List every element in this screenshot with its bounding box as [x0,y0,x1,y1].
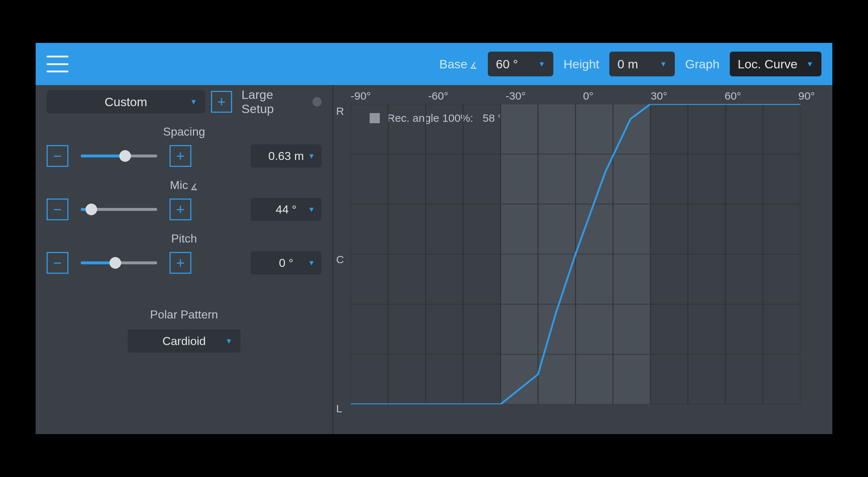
polar-pattern-select[interactable]: Cardioid▼ [128,329,240,353]
spacing-value-select[interactable]: 0.63 m▼ [251,144,322,168]
pitch-value-select[interactable]: 0 °▼ [251,251,322,274]
toggle-indicator-icon [312,97,322,107]
graph-type-select[interactable]: Loc. Curve▼ [730,52,821,76]
polar-pattern-title: Polar Pattern [47,308,322,321]
chevron-down-icon: ▼ [308,152,315,160]
spacing-decrement-button[interactable]: − [47,145,68,167]
mic-angle-block: Mic∡ − + 44 °▼ [47,179,322,221]
base-angle-select[interactable]: 60 °▼ [488,52,553,76]
pitch-slider[interactable] [81,261,157,264]
pitch-title: Pitch [47,232,322,245]
chevron-down-icon: ▼ [660,60,667,68]
chevron-down-icon: ▼ [806,60,813,68]
spacing-block: Spacing − + 0.63 m▼ [47,125,322,168]
spacing-title: Spacing [47,125,322,139]
top-bar: Base∡ 60 °▼ Height 0 m▼ Graph Loc. Curve… [36,43,832,85]
x-tick: 30° [651,90,667,102]
x-tick: 60° [725,90,741,102]
x-tick: 0° [583,90,594,102]
graph-plot [351,104,800,404]
chevron-down-icon: ▼ [190,98,197,106]
chevron-down-icon: ▼ [308,205,315,214]
height-select[interactable]: 0 m▼ [609,52,675,76]
mic-angle-title: Mic∡ [47,179,322,192]
x-axis-ticks: -90°-60°-30°0°30°60°90° [351,89,815,103]
mic-angle-increment-button[interactable]: + [170,199,191,220]
graph-label: Graph [685,57,720,71]
x-tick: -60° [428,90,448,102]
preset-select[interactable]: Custom▼ [47,90,205,113]
pitch-decrement-button[interactable]: − [47,252,68,274]
spacing-slider[interactable] [81,155,157,157]
mic-angle-decrement-button[interactable]: − [47,199,68,220]
parameter-panel: Custom▼ + Large Setup Spacing − [36,85,333,434]
x-tick: -30° [506,90,526,102]
menu-icon[interactable] [47,56,68,72]
angle-icon: ∡ [470,61,478,71]
x-tick: -90° [351,90,371,102]
pitch-block: Pitch − + 0 °▼ [47,232,322,274]
y-tick-L: L [336,402,342,415]
chevron-down-icon: ▼ [225,337,232,345]
angle-icon: ∡ [190,182,198,192]
height-label: Height [564,57,599,71]
mic-angle-value-select[interactable]: 44 °▼ [251,198,322,221]
base-angle-label: Base∡ [439,57,478,71]
spacing-increment-button[interactable]: + [170,145,191,167]
polar-pattern-block: Polar Pattern Cardioid▼ [47,308,322,353]
y-tick-R: R [336,105,344,117]
large-setup-toggle[interactable]: Large Setup [242,88,322,116]
chevron-down-icon: ▼ [308,259,315,267]
pitch-increment-button[interactable]: + [170,252,191,274]
app-window: Base∡ 60 °▼ Height 0 m▼ Graph Loc. Curve… [36,43,832,434]
chevron-down-icon: ▼ [538,60,545,68]
x-tick: 90° [799,90,815,102]
add-preset-button[interactable]: + [211,91,232,113]
graph-area: -90°-60°-30°0°30°60°90° R C L Rec. angle… [333,85,832,434]
y-tick-C: C [336,253,344,266]
mic-angle-slider[interactable] [81,208,157,211]
